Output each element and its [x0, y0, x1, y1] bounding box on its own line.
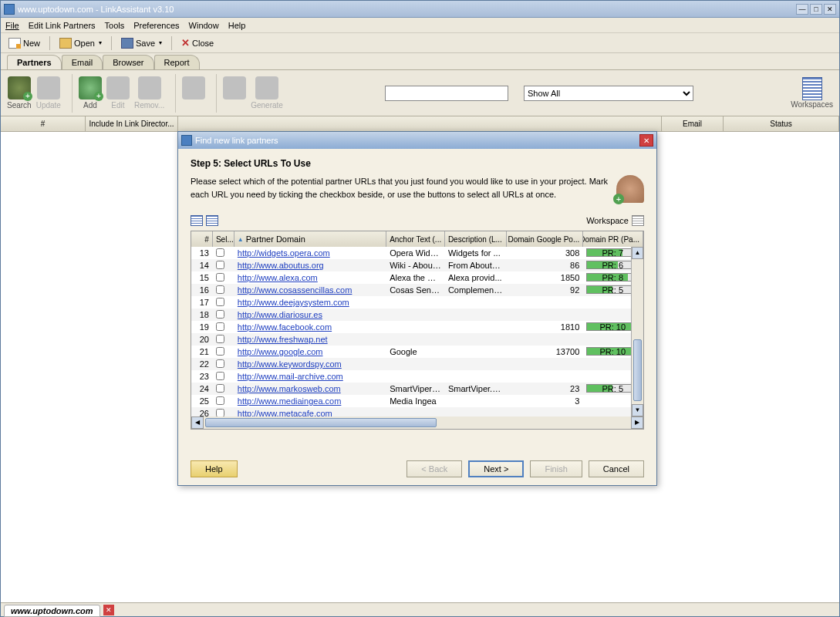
menu-help[interactable]: Help: [228, 21, 246, 30]
th-description[interactable]: Description (L...: [445, 231, 507, 247]
partner-url-link[interactable]: http://www.freshwap.net: [238, 335, 328, 344]
close-window-button[interactable]: ✕: [824, 4, 836, 15]
partner-url-link[interactable]: http://www.keywordspy.com: [238, 359, 342, 369]
select-checkbox[interactable]: [216, 335, 224, 343]
partner-url-link[interactable]: http://www.facebook.com: [238, 322, 332, 332]
search-input[interactable]: [385, 86, 508, 101]
scroll-thumb[interactable]: [633, 339, 642, 401]
workspace-icon[interactable]: [632, 215, 644, 226]
th-select[interactable]: Sel...: [213, 231, 234, 247]
ribbon-workspaces[interactable]: Workspaces: [791, 77, 833, 109]
close-project-button[interactable]: ✕Close: [178, 35, 217, 50]
menu-tools[interactable]: Tools: [105, 21, 125, 30]
tab-report[interactable]: Report: [154, 55, 200, 69]
select-checkbox[interactable]: [216, 396, 224, 405]
th-domain[interactable]: ▲Partner Domain: [234, 231, 386, 247]
project-close-icon[interactable]: ✕: [103, 605, 114, 615]
ribbon-verify[interactable]: [182, 76, 205, 110]
select-checkbox[interactable]: [216, 310, 224, 319]
partner-url-link[interactable]: http://www.aboutus.org: [238, 261, 324, 270]
scroll-up-icon[interactable]: ▲: [632, 247, 643, 259]
select-checkbox[interactable]: [216, 359, 224, 368]
partner-url-link[interactable]: http://www.google.com: [238, 347, 323, 356]
table-row[interactable]: 21http://www.google.comGoogle13700PR: 10: [191, 346, 643, 358]
select-all-icon[interactable]: [191, 215, 203, 226]
select-checkbox[interactable]: [216, 248, 224, 257]
table-row[interactable]: 23http://www.mail-archive.com: [191, 370, 643, 383]
deselect-all-icon[interactable]: [206, 215, 218, 226]
col-include[interactable]: Include In Link Director...: [86, 116, 178, 131]
table-row[interactable]: 18http://www.diariosur.es: [191, 308, 643, 321]
filter-select[interactable]: Show All: [524, 86, 693, 101]
table-row[interactable]: 24http://www.markosweb.comSmartViper - .…: [191, 383, 643, 395]
table-row[interactable]: 16http://www.cosassencillas.comCosas Sen…: [191, 284, 643, 296]
select-checkbox[interactable]: [216, 347, 224, 356]
col-number[interactable]: #: [1, 116, 86, 131]
select-checkbox[interactable]: [216, 285, 224, 294]
scroll-right-icon[interactable]: ▶: [631, 416, 643, 429]
ribbon-generate[interactable]: Generate: [251, 76, 283, 110]
help-button[interactable]: Help: [191, 460, 238, 477]
partner-url-link[interactable]: http://www.diariosur.es: [238, 310, 322, 319]
minimize-button[interactable]: —: [796, 4, 808, 15]
th-pagerank[interactable]: Domain PR (Pa...: [583, 231, 643, 247]
table-row[interactable]: 15http://www.alexa.comAlexa the We...Ale…: [191, 271, 643, 284]
partner-url-link[interactable]: http://www.cosassencillas.com: [238, 285, 353, 295]
open-button[interactable]: Open▾: [56, 36, 105, 50]
select-checkbox[interactable]: [216, 298, 224, 306]
partner-url-link[interactable]: http://www.mail-archive.com: [238, 372, 343, 381]
sort-asc-icon: ▲: [238, 236, 244, 243]
menu-preferences[interactable]: Preferences: [133, 21, 179, 30]
ribbon-add[interactable]: Add: [79, 76, 102, 110]
save-button[interactable]: Save▾: [118, 36, 165, 50]
vertical-scrollbar[interactable]: ▲ ▼: [631, 247, 643, 416]
col-status[interactable]: Status: [724, 116, 839, 131]
partner-url-link[interactable]: http://www.metacafe.com: [238, 409, 332, 416]
dialog-title-bar[interactable]: Find new link partners ✕: [178, 132, 656, 149]
table-row[interactable]: 13http://widgets.opera.comOpera Widge...…: [191, 247, 643, 259]
ribbon-edit[interactable]: Edit: [106, 76, 130, 110]
th-anchor[interactable]: Anchor Text (...: [386, 231, 445, 247]
next-button[interactable]: Next >: [468, 460, 524, 477]
ribbon-remove[interactable]: Remov...: [134, 76, 164, 110]
partner-url-link[interactable]: http://www.markosweb.com: [238, 384, 341, 393]
table-row[interactable]: 19http://www.facebook.com1810PR: 10: [191, 321, 643, 333]
tab-browser[interactable]: Browser: [103, 55, 153, 69]
horizontal-scrollbar[interactable]: ◀ ▶: [191, 416, 643, 429]
cancel-button[interactable]: Cancel: [589, 460, 644, 477]
table-row[interactable]: 26http://www.metacafe.com: [191, 407, 643, 416]
th-number[interactable]: #: [191, 231, 213, 247]
table-row[interactable]: 14http://www.aboutus.orgWiki - AboutU...…: [191, 259, 643, 271]
partner-url-link[interactable]: http://www.alexa.com: [238, 273, 318, 282]
select-checkbox[interactable]: [216, 261, 224, 269]
menu-window[interactable]: Window: [189, 21, 219, 30]
maximize-button[interactable]: □: [810, 4, 822, 15]
table-row[interactable]: 22http://www.keywordspy.com: [191, 358, 643, 370]
col-email[interactable]: Email: [662, 116, 724, 131]
select-checkbox[interactable]: [216, 384, 224, 393]
table-row[interactable]: 25http://www.mediaingea.comMedia Ingea3: [191, 395, 643, 407]
new-button[interactable]: New: [5, 36, 43, 50]
th-popularity[interactable]: Domain Google Po...: [507, 231, 584, 247]
project-tab[interactable]: www.uptodown.com: [4, 605, 100, 617]
menu-edit-link-partners[interactable]: Edit Link Partners: [29, 21, 96, 30]
table-row[interactable]: 20http://www.freshwap.net: [191, 333, 643, 346]
scroll-down-icon[interactable]: ▼: [632, 404, 643, 416]
ribbon-emails[interactable]: [223, 76, 246, 110]
menu-file[interactable]: File: [5, 21, 19, 30]
hscroll-thumb[interactable]: [205, 418, 437, 427]
tab-email[interactable]: Email: [62, 55, 103, 69]
partner-url-link[interactable]: http://www.deejaysystem.com: [238, 298, 349, 307]
partner-url-link[interactable]: http://www.mediaingea.com: [238, 396, 342, 406]
ribbon-update[interactable]: Update: [36, 76, 61, 110]
select-checkbox[interactable]: [216, 409, 224, 417]
tab-partners[interactable]: Partners: [7, 55, 62, 69]
select-checkbox[interactable]: [216, 273, 224, 282]
ribbon-search[interactable]: Search: [7, 76, 32, 110]
partner-url-link[interactable]: http://widgets.opera.com: [238, 248, 330, 258]
dialog-close-button[interactable]: ✕: [639, 134, 653, 147]
select-checkbox[interactable]: [216, 372, 224, 380]
table-row[interactable]: 17http://www.deejaysystem.com: [191, 296, 643, 308]
scroll-left-icon[interactable]: ◀: [191, 416, 204, 429]
select-checkbox[interactable]: [216, 322, 224, 331]
